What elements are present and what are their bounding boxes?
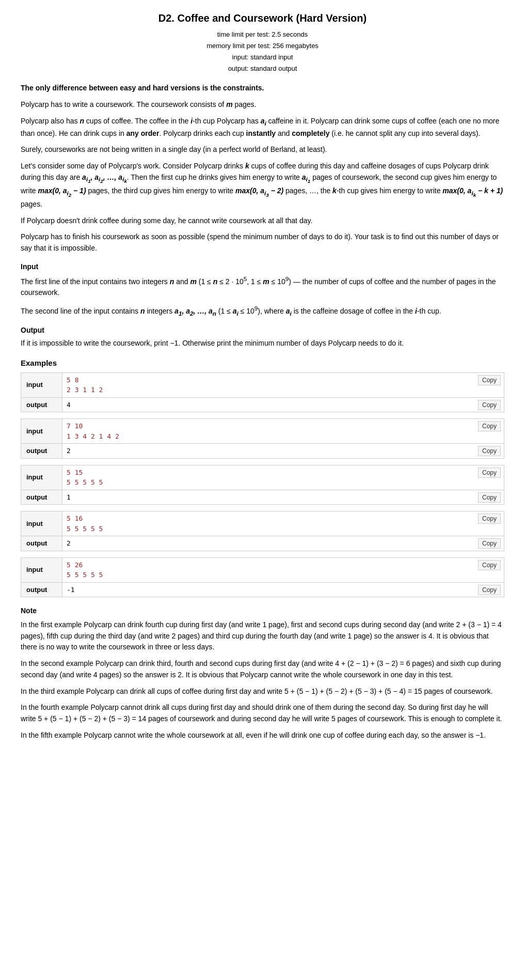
example-output-value-3: 1 xyxy=(62,490,478,505)
copy-input-button-4[interactable]: Copy xyxy=(478,514,501,524)
input-type: input: standard input xyxy=(21,52,504,63)
example-output-row-2: output2Copy xyxy=(21,444,504,458)
examples-container: input5 8 2 3 1 1 2Copyoutput4Copyinput7 … xyxy=(21,372,504,598)
para-6: Polycarp has to finish his coursework as… xyxy=(21,231,504,254)
example-output-value-2: 2 xyxy=(62,444,478,458)
example-input-label-5: input xyxy=(21,558,62,582)
example-output-row-1: output4Copy xyxy=(21,398,504,412)
example-output-row-4: output2Copy xyxy=(21,536,504,551)
example-output-label-5: output xyxy=(21,583,62,597)
example-block-1: input5 8 2 3 1 1 2Copyoutput4Copy xyxy=(21,372,504,413)
example-input-value-5: 5 26 5 5 5 5 5 xyxy=(62,558,478,582)
para-3: Surely, courseworks are not being writte… xyxy=(21,144,504,155)
example-output-value-5: -1 xyxy=(62,583,478,597)
note-para-5: In the fifth example Polycarp cannot wri… xyxy=(21,730,504,741)
input-para-2: The second line of the input contains n … xyxy=(21,304,504,318)
note-para-2: In the second example Polycarp can drink… xyxy=(21,658,504,680)
output-title: Output xyxy=(21,325,504,336)
para-1: Polycarp has to write a coursework. The … xyxy=(21,99,504,111)
example-input-row-2: input7 10 1 3 4 2 1 4 2Copy xyxy=(21,419,504,444)
copy-input-button-1[interactable]: Copy xyxy=(478,375,501,385)
examples-title: Examples xyxy=(21,357,504,369)
para-2: Polycarp also has n cups of coffee. The … xyxy=(21,116,504,139)
output-para: If it is impossible to write the coursew… xyxy=(21,338,504,349)
constraints-note: The only difference between easy and har… xyxy=(21,83,504,94)
example-output-row-5: output-1Copy xyxy=(21,583,504,597)
example-output-value-4: 2 xyxy=(62,536,478,551)
note-title: Note xyxy=(21,605,504,616)
note-para-4: In the fourth example Polycarp cannot dr… xyxy=(21,702,504,724)
copy-input-button-3[interactable]: Copy xyxy=(478,468,501,478)
copy-output-button-3[interactable]: Copy xyxy=(478,492,501,503)
copy-output-button-1[interactable]: Copy xyxy=(478,400,501,410)
example-output-row-3: output1Copy xyxy=(21,490,504,505)
example-input-row-1: input5 8 2 3 1 1 2Copy xyxy=(21,373,504,398)
example-block-4: input5 16 5 5 5 5 5Copyoutput2Copy xyxy=(21,511,504,551)
copy-output-button-5[interactable]: Copy xyxy=(478,585,501,595)
example-output-value-1: 4 xyxy=(62,398,478,412)
example-input-value-3: 5 15 5 5 5 5 5 xyxy=(62,465,478,490)
copy-input-button-5[interactable]: Copy xyxy=(478,560,501,570)
example-output-label-1: output xyxy=(21,398,62,412)
input-para-1: The first line of the input contains two… xyxy=(21,274,504,299)
copy-output-button-2[interactable]: Copy xyxy=(478,446,501,456)
example-input-label-4: input xyxy=(21,511,62,536)
example-block-2: input7 10 1 3 4 2 1 4 2Copyoutput2Copy xyxy=(21,418,504,459)
note-para-1: In the first example Polycarp can drink … xyxy=(21,619,504,653)
example-block-5: input5 26 5 5 5 5 5Copyoutput-1Copy xyxy=(21,557,504,598)
note-paragraphs: In the first example Polycarp can drink … xyxy=(21,619,504,741)
example-input-row-4: input5 16 5 5 5 5 5Copy xyxy=(21,511,504,536)
example-input-value-4: 5 16 5 5 5 5 5 xyxy=(62,511,478,536)
example-input-row-5: input5 26 5 5 5 5 5Copy xyxy=(21,558,504,583)
example-output-label-2: output xyxy=(21,444,62,458)
time-limit: time limit per test: 2.5 seconds xyxy=(21,29,504,40)
para-4: Let's consider some day of Polycarp's wo… xyxy=(21,161,504,210)
example-input-label-1: input xyxy=(21,373,62,397)
note-para-3: In the third example Polycarp can drink … xyxy=(21,686,504,697)
meta-block: time limit per test: 2.5 seconds memory … xyxy=(21,29,504,74)
example-input-label-3: input xyxy=(21,465,62,490)
memory-limit: memory limit per test: 256 megabytes xyxy=(21,40,504,52)
copy-output-button-4[interactable]: Copy xyxy=(478,538,501,549)
example-input-value-1: 5 8 2 3 1 1 2 xyxy=(62,373,478,397)
input-title: Input xyxy=(21,261,504,272)
example-input-value-2: 7 10 1 3 4 2 1 4 2 xyxy=(62,419,478,443)
example-output-label-3: output xyxy=(21,490,62,505)
example-input-label-2: input xyxy=(21,419,62,443)
output-type: output: standard output xyxy=(21,63,504,74)
example-output-label-4: output xyxy=(21,536,62,551)
example-input-row-3: input5 15 5 5 5 5 5Copy xyxy=(21,465,504,490)
example-block-3: input5 15 5 5 5 5 5Copyoutput1Copy xyxy=(21,465,504,505)
para-5: If Polycarp doesn't drink coffee during … xyxy=(21,215,504,227)
page-title: D2. Coffee and Coursework (Hard Version) xyxy=(21,10,504,26)
copy-input-button-2[interactable]: Copy xyxy=(478,421,501,431)
